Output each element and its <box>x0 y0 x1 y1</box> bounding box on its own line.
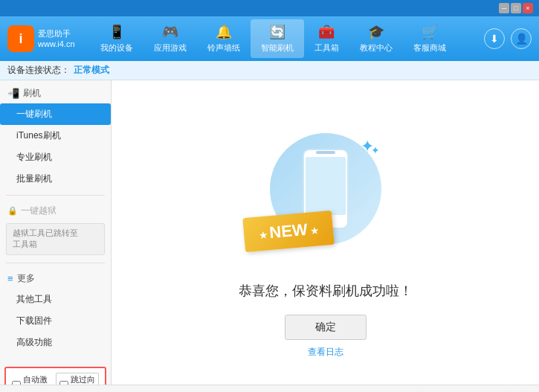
lock-icon: 🔒 <box>7 206 18 216</box>
sidebar-item-itunes-flash[interactable]: iTunes刷机 <box>0 125 111 147</box>
smart-flash-icon: 🔄 <box>269 24 285 40</box>
nav-my-device-label: 我的设备 <box>100 42 133 54</box>
sidebar-item-other-tools[interactable]: 其他工具 <box>0 289 111 310</box>
success-text: 恭喜您，保资料刷机成功啦！ <box>239 282 413 300</box>
device-check-row: 自动激活 跳过向导 <box>12 373 99 385</box>
flash-section-header[interactable]: 📲 刷机 <box>0 83 111 103</box>
sidebar-item-pro-flash[interactable]: 专业刷机 <box>0 147 111 168</box>
svg-rect-2 <box>316 151 335 154</box>
service-icon: 🛒 <box>422 24 438 40</box>
more-section-icon: ≡ <box>7 273 13 284</box>
device-panel: 自动激活 跳过向导 📱 iPhone 15 Pro Max 512GB iPho… <box>0 356 111 385</box>
status-mode: 正常模式 <box>74 64 109 77</box>
nav-service[interactable]: 🛒 客服商城 <box>403 19 456 58</box>
sparkle-icon-2: ✦ <box>371 144 380 156</box>
my-device-icon: 📱 <box>109 24 125 40</box>
sidebar-item-download-firmware[interactable]: 下载固件 <box>0 310 111 332</box>
tutorial-icon: 🎓 <box>368 24 384 40</box>
download-button[interactable]: ⬇ <box>484 28 505 49</box>
user-button[interactable]: 👤 <box>511 28 532 49</box>
more-section-header[interactable]: ≡ 更多 <box>0 269 111 289</box>
nav-tutorial[interactable]: 🎓 教程中心 <box>349 19 403 58</box>
minimize-button[interactable]: ─ <box>499 3 509 13</box>
close-button[interactable]: × <box>523 3 533 13</box>
app-games-icon: 🎮 <box>162 24 178 40</box>
flash-section-icon: 📲 <box>7 88 19 99</box>
nav-app-games-label: 应用游戏 <box>154 42 187 54</box>
status-bar: 设备连接状态： 正常模式 <box>0 61 539 80</box>
more-section: ≡ 更多 其他工具 下载固件 高级功能 <box>0 266 111 356</box>
nav-service-label: 客服商城 <box>413 42 446 54</box>
nav-tutorial-label: 教程中心 <box>360 42 393 54</box>
confirm-button[interactable]: 确定 <box>285 315 367 340</box>
flash-section: 📲 刷机 一键刷机 iTunes刷机 专业刷机 批量刷机 <box>0 80 111 193</box>
app-url: www.i4.cn <box>38 39 75 49</box>
nav-toolbox[interactable]: 🧰 工具箱 <box>304 19 349 58</box>
guided-setup-text: 跳过向导 <box>71 374 96 385</box>
content-area: ✦ ✦ NEW 恭喜您，保资料刷机成功啦！ 确定 查看日志 <box>112 80 539 385</box>
maximize-button[interactable]: □ <box>511 3 521 13</box>
jailbreak-header: 🔒 一键越狱 <box>0 201 111 221</box>
header-right: ⬇ 👤 <box>484 28 532 49</box>
sidebar-divider-1 <box>6 195 105 196</box>
jailbreak-notice: 越狱工具已跳转至工具箱 <box>6 223 105 255</box>
flash-section-label: 刷机 <box>23 87 41 100</box>
auto-activate-checkbox[interactable] <box>12 381 21 385</box>
status-prefix: 设备连接状态： <box>7 64 70 77</box>
auto-activate-text: 自动激活 <box>23 374 48 385</box>
device-box: 自动激活 跳过向导 📱 iPhone 15 Pro Max 512GB iPho… <box>4 367 106 385</box>
guided-setup-label: 跳过向导 <box>56 373 100 385</box>
app-name: 爱思助手 <box>38 28 75 39</box>
sidebar: 📲 刷机 一键刷机 iTunes刷机 专业刷机 批量刷机 🔒 一键越狱 越狱工具… <box>0 80 112 385</box>
nav-bar: 📱 我的设备 🎮 应用游戏 🔔 铃声墙纸 🔄 智能刷机 🧰 工具箱 🎓 教程中心… <box>90 19 484 58</box>
header: i 爱思助手 www.i4.cn 📱 我的设备 🎮 应用游戏 🔔 铃声墙纸 🔄 … <box>0 16 539 61</box>
sidebar-item-batch-flash[interactable]: 批量刷机 <box>0 168 111 190</box>
window-controls-bar: ─ □ × <box>0 0 539 16</box>
sidebar-divider-2 <box>6 263 105 263</box>
nav-smart-flash[interactable]: 🔄 智能刷机 <box>251 19 304 58</box>
nav-app-games[interactable]: 🎮 应用游戏 <box>143 19 197 58</box>
main-area: 📲 刷机 一键刷机 iTunes刷机 专业刷机 批量刷机 🔒 一键越狱 越狱工具… <box>0 80 539 385</box>
footer: 阻止iTunes运行 V7.98.66 客服 微信公众号 检查更新 <box>0 385 539 392</box>
logo-symbol: i <box>19 31 22 47</box>
auto-activate-label: 自动激活 <box>12 374 48 385</box>
logo-icon: i <box>7 25 34 52</box>
nav-toolbox-label: 工具箱 <box>314 42 339 54</box>
jailbreak-section: 🔒 一键越狱 越狱工具已跳转至工具箱 <box>0 198 111 260</box>
guided-setup-checkbox[interactable] <box>59 381 68 385</box>
logo: i 爱思助手 www.i4.cn <box>7 25 75 52</box>
logo-text: 爱思助手 www.i4.cn <box>38 28 75 50</box>
sidebar-item-advanced[interactable]: 高级功能 <box>0 332 111 353</box>
log-link[interactable]: 查看日志 <box>308 346 343 359</box>
nav-ringtone[interactable]: 🔔 铃声墙纸 <box>197 19 251 58</box>
svg-rect-1 <box>306 157 346 215</box>
success-illustration: ✦ ✦ NEW <box>251 107 400 271</box>
nav-my-device[interactable]: 📱 我的设备 <box>90 19 143 58</box>
jailbreak-label: 一键越狱 <box>21 205 57 217</box>
sidebar-item-one-key-flash[interactable]: 一键刷机 <box>0 103 111 125</box>
new-banner: NEW <box>242 210 335 251</box>
nav-smart-flash-label: 智能刷机 <box>261 42 294 54</box>
toolbox-icon: 🧰 <box>318 24 335 40</box>
ringtone-icon: 🔔 <box>216 24 232 40</box>
more-section-label: 更多 <box>17 272 35 285</box>
nav-ringtone-label: 铃声墙纸 <box>207 42 240 54</box>
